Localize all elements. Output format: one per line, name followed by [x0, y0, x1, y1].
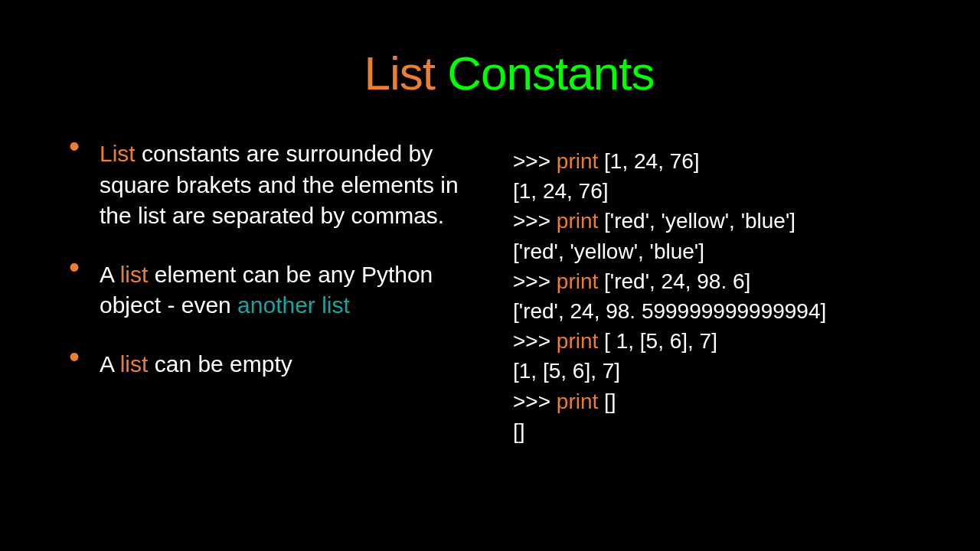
code-fragment: print [557, 390, 604, 413]
text-fragment: A [100, 351, 120, 377]
title-word-1: List [364, 47, 435, 99]
code-line: [1, [5, 6], 7] [513, 356, 949, 386]
code-fragment: [1, 24, 76] [604, 149, 700, 173]
bullet-column: List constants are surrounded by square … [69, 139, 513, 446]
bullet-item: A list can be empty [69, 349, 490, 380]
text-fragment: List [100, 141, 136, 166]
slide: List Constants List constants are surrou… [0, 0, 980, 551]
code-fragment: [ 1, [5, 6], 7] [604, 329, 717, 353]
code-fragment: [] [513, 419, 525, 443]
code-fragment: [] [604, 390, 616, 413]
code-fragment: ['red', 24, 98. 6] [604, 269, 750, 293]
title-word-2: Constants [447, 47, 654, 99]
code-column: >>> print [1, 24, 76][1, 24, 76]>>> prin… [513, 139, 949, 446]
content-columns: List constants are surrounded by square … [69, 139, 949, 446]
code-line: >>> print ['red', 'yellow', 'blue'] [513, 206, 949, 236]
code-line: >>> print ['red', 24, 98. 6] [513, 266, 949, 296]
bullet-item: List constants are surrounded by square … [69, 139, 490, 232]
code-fragment: >>> [513, 390, 557, 413]
code-fragment: ['red', 'yellow', 'blue'] [604, 209, 795, 233]
code-fragment: print [557, 329, 604, 353]
code-fragment: >>> [513, 149, 557, 173]
code-fragment: [1, [5, 6], 7] [513, 359, 620, 383]
code-fragment: ['red', 'yellow', 'blue'] [513, 240, 704, 263]
code-line: [1, 24, 76] [513, 176, 949, 206]
code-fragment: print [557, 209, 604, 233]
code-fragment: print [557, 269, 604, 293]
code-line: >>> print [ 1, [5, 6], 7] [513, 326, 949, 356]
code-line: >>> print [1, 24, 76] [513, 146, 949, 176]
text-fragment: list [120, 351, 149, 377]
code-line: ['red', 24, 98. 599999999999994] [513, 296, 949, 326]
code-fragment: [1, 24, 76] [513, 179, 609, 203]
code-fragment: >>> [513, 209, 557, 233]
code-fragment: >>> [513, 329, 557, 353]
code-fragment: print [557, 149, 604, 173]
bullet-list: List constants are surrounded by square … [69, 139, 490, 380]
text-fragment: can be empty [148, 351, 292, 377]
text-fragment: another list [237, 292, 350, 318]
code-fragment: ['red', 24, 98. 599999999999994] [513, 299, 826, 323]
text-fragment: list [120, 262, 149, 287]
slide-title: List Constants [69, 46, 949, 100]
code-line: >>> print [] [513, 386, 949, 416]
code-line: [] [513, 416, 949, 446]
text-fragment: A [100, 262, 120, 287]
bullet-item: A list element can be any Python object … [69, 259, 490, 321]
code-block: >>> print [1, 24, 76][1, 24, 76]>>> prin… [513, 146, 949, 446]
code-line: ['red', 'yellow', 'blue'] [513, 236, 949, 266]
text-fragment: constants are surrounded by square brake… [100, 141, 459, 228]
code-fragment: >>> [513, 269, 557, 293]
